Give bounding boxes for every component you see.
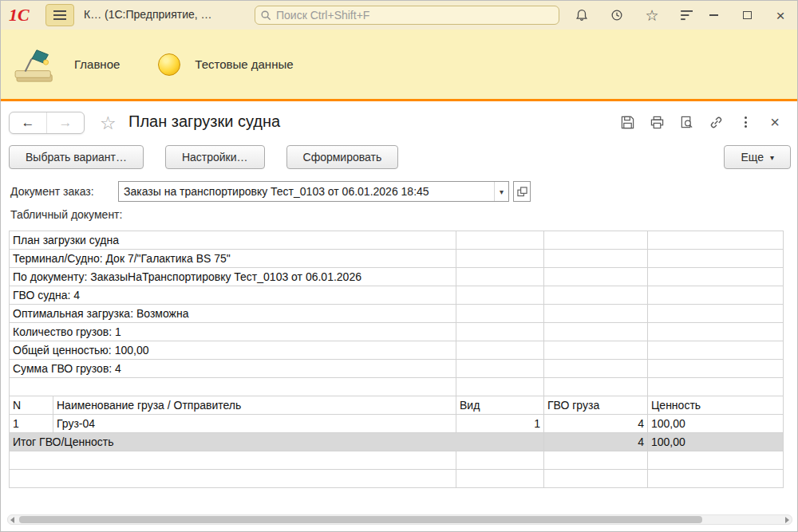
scrollbar-thumb[interactable]: [19, 516, 702, 523]
sheet-cell[interactable]: [544, 231, 648, 250]
sheet-cell[interactable]: [544, 378, 648, 396]
sheet-cell[interactable]: [544, 323, 648, 341]
sheet-cell[interactable]: [648, 378, 784, 396]
sheet-cell[interactable]: [544, 250, 648, 268]
sheet-cell[interactable]: [544, 305, 648, 323]
minimize-button[interactable]: [706, 8, 721, 22]
form-close-button[interactable]: ×: [767, 114, 783, 130]
select-variant-button[interactable]: Выбрать вариант…: [9, 145, 144, 169]
sheet-cell[interactable]: Оптимальная загрузка: Возможна: [10, 305, 456, 323]
sheet-cell[interactable]: [648, 470, 784, 488]
section-main[interactable]: Главное: [14, 45, 120, 84]
sheet-cell[interactable]: ГВО судна: 4: [10, 286, 456, 305]
sheet-cell[interactable]: 1: [456, 415, 544, 433]
sheet-cell[interactable]: [544, 451, 648, 470]
sheet-cell[interactable]: [456, 250, 544, 268]
sheet-cell[interactable]: [544, 286, 648, 305]
sheet-cell[interactable]: Сумма ГВО грузов: 4: [10, 360, 456, 378]
sheet-row: Общей ценностью: 100,00: [10, 341, 784, 360]
sheet-cell[interactable]: [456, 360, 544, 378]
sheet-cell[interactable]: По документу: ЗаказыНаТранспортировку Те…: [10, 268, 456, 286]
sheet-header-cell[interactable]: Ценность: [648, 396, 784, 415]
sheet-cell[interactable]: План загрузки судна: [10, 231, 456, 250]
sheet-header-cell[interactable]: Наименование груза / Отправитель: [53, 396, 456, 415]
back-button[interactable]: ←: [10, 112, 47, 133]
sheet-cell[interactable]: [648, 323, 784, 341]
forward-button[interactable]: →: [47, 112, 84, 133]
sheet-cell[interactable]: 4: [544, 415, 648, 433]
main-menu-button[interactable]: [45, 4, 74, 26]
section-test-data[interactable]: Тестовые данные: [158, 53, 293, 76]
sheet-cell[interactable]: 1: [10, 415, 53, 433]
sheet-cell[interactable]: Общей ценностью: 100,00: [10, 341, 456, 360]
save-icon[interactable]: [619, 114, 635, 130]
service-menu-icon[interactable]: [679, 7, 695, 23]
sheet-cell[interactable]: [456, 451, 544, 470]
sheet-cell[interactable]: [456, 470, 544, 488]
sheet-cell[interactable]: [648, 286, 784, 305]
sheet-cell[interactable]: Терминал/Судно: Док 7/"Галактика BS 75": [10, 250, 456, 268]
notifications-bell-icon[interactable]: [574, 7, 590, 23]
search-input[interactable]: [276, 9, 554, 22]
combobox-dropdown-button[interactable]: ▾: [494, 182, 508, 201]
sheet-cell[interactable]: [456, 231, 544, 250]
generate-button[interactable]: Сформировать: [286, 145, 399, 169]
history-clock-icon[interactable]: [609, 7, 625, 23]
more-menu-icon[interactable]: [737, 114, 753, 130]
favorites-star-icon[interactable]: ☆: [644, 7, 660, 23]
maximize-button[interactable]: [740, 8, 754, 22]
sheet-row: План загрузки судна: [10, 231, 784, 250]
section-test-data-label: Тестовые данные: [195, 57, 293, 71]
print-preview-icon[interactable]: [678, 114, 694, 130]
scroll-right-arrow-icon[interactable]: [785, 517, 789, 523]
sheet-cell[interactable]: [456, 286, 544, 305]
sheet-cell[interactable]: Груз-04: [53, 415, 456, 433]
sheet-header-cell[interactable]: N: [10, 396, 53, 415]
document-order-input[interactable]: [119, 182, 494, 201]
sheet-cell[interactable]: 4: [544, 433, 648, 451]
sheet-cell[interactable]: [544, 341, 648, 360]
print-icon[interactable]: [649, 114, 665, 130]
sheet-cell[interactable]: [648, 250, 784, 268]
sheet-cell[interactable]: [648, 341, 784, 360]
sheet-cell[interactable]: [544, 268, 648, 286]
sheet-cell[interactable]: [648, 231, 784, 250]
document-order-row: Документ заказ: ▾: [10, 181, 789, 202]
sheet-cell[interactable]: [10, 470, 456, 488]
sheet-cell[interactable]: [544, 360, 648, 378]
window-tab-title[interactable]: К… (1С:Предприятие, …: [84, 8, 212, 21]
sheet-header-cell[interactable]: Вид: [456, 396, 544, 415]
sheet-cell[interactable]: 100,00: [648, 433, 784, 451]
sheet-cell[interactable]: [648, 305, 784, 323]
sheet-cell[interactable]: [648, 451, 784, 470]
yellow-ball-icon: [158, 53, 180, 76]
desk-lamp-icon: [14, 45, 60, 84]
app-window: 1С К… (1С:Предприятие, … ☆ ×: [0, 0, 798, 532]
settings-button[interactable]: Настройки…: [165, 145, 265, 169]
sheet-cell[interactable]: 100,00: [648, 415, 784, 433]
sheet-cell[interactable]: Итог ГВО/Ценность: [10, 433, 544, 451]
sheet-cell[interactable]: [456, 378, 544, 396]
sheet-cell[interactable]: [10, 451, 456, 470]
sheet-cell[interactable]: [456, 305, 544, 323]
open-document-button[interactable]: [513, 181, 531, 202]
more-button[interactable]: Еще ▾: [724, 145, 791, 169]
horizontal-scrollbar[interactable]: [7, 514, 792, 525]
spreadsheet-label: Табличный документ:: [10, 208, 122, 221]
sheet-cell[interactable]: [544, 470, 648, 488]
sheet-cell[interactable]: Количество грузов: 1: [10, 323, 456, 341]
sheet-header-cell[interactable]: ГВО груза: [544, 396, 648, 415]
sheet-header-row: N Наименование груза / Отправитель Вид Г…: [10, 396, 784, 415]
sheet-cell[interactable]: [648, 360, 784, 378]
sheet-cell[interactable]: [456, 323, 544, 341]
sheet-cell[interactable]: [456, 341, 544, 360]
sheet-cell[interactable]: [456, 268, 544, 286]
get-link-icon[interactable]: [708, 114, 724, 130]
add-to-favorites-star-icon[interactable]: ☆: [100, 112, 117, 134]
scroll-left-arrow-icon[interactable]: [10, 517, 14, 523]
sheet-cell[interactable]: [648, 268, 784, 286]
window-close-button[interactable]: ×: [773, 8, 788, 22]
1c-logo: 1С: [9, 5, 30, 26]
document-order-combobox: ▾: [118, 181, 509, 202]
sheet-cell[interactable]: [10, 378, 456, 396]
